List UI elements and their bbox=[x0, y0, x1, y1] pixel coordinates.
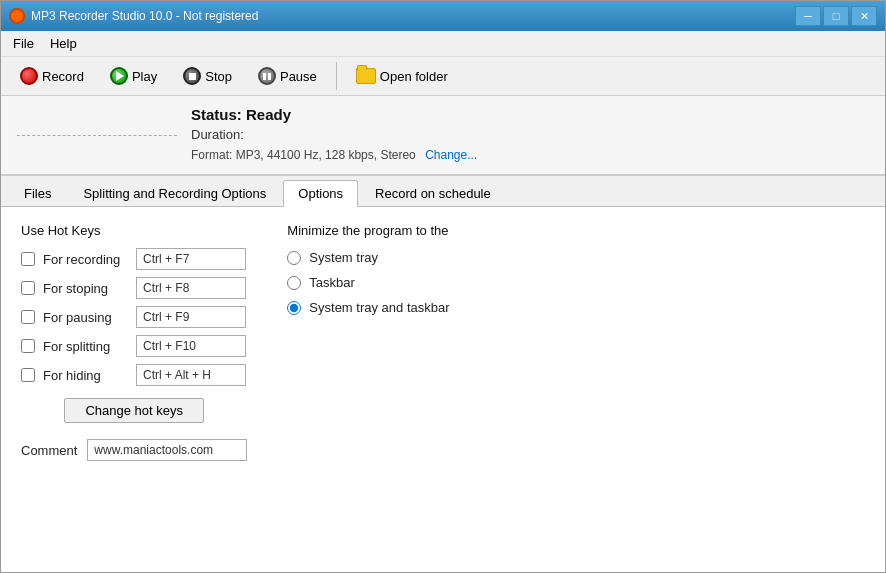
record-icon bbox=[20, 67, 38, 85]
pause-bar-2 bbox=[268, 73, 271, 80]
menu-file[interactable]: File bbox=[5, 33, 42, 54]
tab-splitting[interactable]: Splitting and Recording Options bbox=[68, 180, 281, 206]
status-duration: Duration: bbox=[191, 127, 869, 142]
close-button[interactable]: ✕ bbox=[851, 6, 877, 26]
hotkey-row-hiding: For hiding bbox=[21, 364, 247, 386]
radio-system-tray[interactable] bbox=[287, 251, 301, 265]
hotkey-row-splitting: For splitting bbox=[21, 335, 247, 357]
radio-row-taskbar: Taskbar bbox=[287, 275, 449, 290]
stop-square bbox=[189, 73, 196, 80]
stop-icon bbox=[183, 67, 201, 85]
pause-bar-1 bbox=[263, 73, 266, 80]
status-line bbox=[17, 135, 177, 136]
menu-help[interactable]: Help bbox=[42, 33, 85, 54]
hotkey-checkbox-hiding[interactable] bbox=[21, 368, 35, 382]
hotkey-row-pausing: For pausing bbox=[21, 306, 247, 328]
play-button[interactable]: Play bbox=[99, 62, 168, 90]
change-format-link[interactable]: Change... bbox=[425, 148, 477, 162]
record-button[interactable]: Record bbox=[9, 62, 95, 90]
title-bar-left: MP3 Recorder Studio 10.0 - Not registere… bbox=[9, 8, 258, 24]
radio-row-system-tray: System tray bbox=[287, 250, 449, 265]
hotkeys-section: Use Hot Keys For recording For stoping F… bbox=[21, 223, 247, 556]
open-folder-button[interactable]: Open folder bbox=[345, 63, 459, 89]
tab-files[interactable]: Files bbox=[9, 180, 66, 206]
record-label: Record bbox=[42, 69, 84, 84]
comment-input[interactable] bbox=[87, 439, 247, 461]
toolbar: Record Play Stop Pause Open folder bbox=[1, 57, 885, 96]
hotkey-input-recording[interactable] bbox=[136, 248, 246, 270]
hotkey-input-hiding[interactable] bbox=[136, 364, 246, 386]
hotkey-checkbox-stopping[interactable] bbox=[21, 281, 35, 295]
minimize-button[interactable]: ─ bbox=[795, 6, 821, 26]
stop-label: Stop bbox=[205, 69, 232, 84]
comment-label: Comment bbox=[21, 443, 77, 458]
radio-row-system-tray-taskbar: System tray and taskbar bbox=[287, 300, 449, 315]
hotkey-label-hiding: For hiding bbox=[43, 368, 128, 383]
hotkey-checkbox-recording[interactable] bbox=[21, 252, 35, 266]
pause-label: Pause bbox=[280, 69, 317, 84]
hotkey-input-pausing[interactable] bbox=[136, 306, 246, 328]
play-label: Play bbox=[132, 69, 157, 84]
folder-icon bbox=[356, 68, 376, 84]
change-hotkeys-button[interactable]: Change hot keys bbox=[64, 398, 204, 423]
radio-label-taskbar: Taskbar bbox=[309, 275, 355, 290]
radio-label-system-tray: System tray bbox=[309, 250, 378, 265]
toolbar-separator bbox=[336, 62, 337, 90]
play-triangle bbox=[116, 71, 124, 81]
status-panel: Status: Ready Duration: Format: MP3, 441… bbox=[1, 96, 885, 176]
tab-options[interactable]: Options bbox=[283, 180, 358, 207]
hotkeys-section-title: Use Hot Keys bbox=[21, 223, 247, 238]
play-icon bbox=[110, 67, 128, 85]
hotkey-label-splitting: For splitting bbox=[43, 339, 128, 354]
hotkey-label-recording: For recording bbox=[43, 252, 128, 267]
maximize-button[interactable]: □ bbox=[823, 6, 849, 26]
hotkey-input-splitting[interactable] bbox=[136, 335, 246, 357]
hotkey-checkbox-pausing[interactable] bbox=[21, 310, 35, 324]
app-icon bbox=[9, 8, 25, 24]
radio-taskbar[interactable] bbox=[287, 276, 301, 290]
hotkey-label-pausing: For pausing bbox=[43, 310, 128, 325]
title-bar: MP3 Recorder Studio 10.0 - Not registere… bbox=[1, 1, 885, 31]
window-title: MP3 Recorder Studio 10.0 - Not registere… bbox=[31, 9, 258, 23]
status-title: Status: Ready bbox=[191, 106, 869, 123]
menu-bar: File Help bbox=[1, 31, 885, 57]
status-format: Format: MP3, 44100 Hz, 128 kbps, Stereo … bbox=[191, 148, 869, 162]
tabs: Files Splitting and Recording Options Op… bbox=[1, 176, 885, 207]
pause-button[interactable]: Pause bbox=[247, 62, 328, 90]
hotkey-row-stopping: For stoping bbox=[21, 277, 247, 299]
minimize-title: Minimize the program to the bbox=[287, 223, 449, 238]
main-window: MP3 Recorder Studio 10.0 - Not registere… bbox=[0, 0, 886, 573]
hotkey-input-stopping[interactable] bbox=[136, 277, 246, 299]
radio-system-tray-taskbar[interactable] bbox=[287, 301, 301, 315]
hotkey-row-recording: For recording bbox=[21, 248, 247, 270]
format-text: Format: MP3, 44100 Hz, 128 kbps, Stereo bbox=[191, 148, 416, 162]
title-bar-buttons: ─ □ ✕ bbox=[795, 6, 877, 26]
stop-button[interactable]: Stop bbox=[172, 62, 243, 90]
options-content: Use Hot Keys For recording For stoping F… bbox=[1, 207, 885, 572]
open-folder-label: Open folder bbox=[380, 69, 448, 84]
radio-label-system-tray-taskbar: System tray and taskbar bbox=[309, 300, 449, 315]
hotkey-checkbox-splitting[interactable] bbox=[21, 339, 35, 353]
tab-schedule[interactable]: Record on schedule bbox=[360, 180, 506, 206]
comment-row: Comment bbox=[21, 439, 247, 461]
pause-icon bbox=[258, 67, 276, 85]
hotkey-label-stopping: For stoping bbox=[43, 281, 128, 296]
minimize-section: Minimize the program to the System tray … bbox=[287, 223, 449, 556]
